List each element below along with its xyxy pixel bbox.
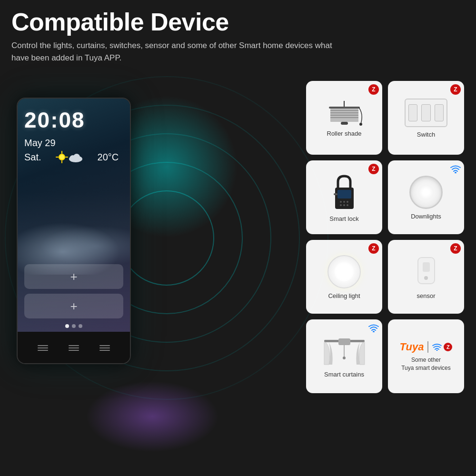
tuya-zigbee-icon: Z: [444, 343, 452, 351]
switch-icon: [405, 99, 447, 127]
tuya-label: Some otherTuya smart devices: [401, 356, 451, 372]
screen-pagination-dots: [65, 324, 82, 328]
curtains-icon: [322, 336, 367, 367]
svg-point-8: [73, 154, 80, 160]
svg-point-29: [424, 276, 428, 280]
zigbee-badge-smart-lock: Z: [368, 164, 379, 174]
panel-time-display: 20:08: [24, 107, 85, 133]
switch-label: Switch: [417, 131, 435, 138]
panel-add-button-2[interactable]: +: [24, 294, 123, 318]
panel-bottom-buttons: [18, 332, 130, 364]
device-card-ceiling-light[interactable]: Z Ceiling light: [306, 240, 382, 314]
wifi-icon: [432, 343, 442, 351]
svg-rect-16: [341, 122, 348, 125]
svg-point-26: [347, 204, 348, 206]
tuya-logo-row: Tuya Z: [400, 341, 453, 353]
device-card-smart-lock[interactable]: Z Smart lock: [306, 160, 382, 234]
svg-point-22: [343, 201, 345, 203]
devices-grid: Z Roller shade Z Switch Z: [306, 81, 464, 393]
device-card-switch[interactable]: Z Switch: [388, 81, 464, 155]
device-card-sensor[interactable]: Z sensor: [388, 240, 464, 314]
device-card-tuya[interactable]: Tuya Z Some otherTuya smart devices: [388, 319, 464, 393]
downlight-icon: [409, 176, 443, 209]
svg-point-31: [373, 331, 375, 332]
device-card-roller-shade[interactable]: Z Roller shade: [306, 81, 382, 155]
tuya-divider: [427, 341, 428, 353]
page-title: Compatible Device: [11, 9, 465, 36]
zigbee-badge-switch: Z: [450, 84, 461, 95]
panel-temperature: 20°C: [98, 152, 119, 163]
svg-rect-30: [423, 262, 430, 272]
sensor-icon: [416, 255, 437, 288]
tuya-protocol-icons: Z: [432, 343, 452, 351]
panel-menu-button-2[interactable]: [69, 345, 79, 351]
svg-rect-19: [337, 190, 351, 198]
switch-btn-2: [421, 104, 430, 121]
header: Compatible Device Control the lights, cu…: [11, 9, 465, 64]
svg-point-35: [343, 357, 346, 359]
svg-point-25: [343, 204, 345, 206]
curtains-label: Smart curtains: [324, 371, 364, 378]
switch-btn-3: [435, 104, 444, 121]
zigbee-badge-sensor: Z: [450, 243, 461, 254]
tuya-logo-text: Tuya: [400, 341, 424, 353]
sensor-label: sensor: [416, 292, 435, 299]
svg-point-24: [340, 204, 342, 206]
smart-lock-icon: [331, 173, 357, 211]
smart-lock-label: Smart lock: [329, 215, 358, 222]
roller-shade-label: Roller shade: [327, 130, 362, 137]
svg-point-36: [436, 349, 438, 351]
add-icon-2: +: [70, 299, 77, 314]
panel-day: Sat.: [24, 152, 41, 163]
panel-add-button-1[interactable]: +: [24, 264, 123, 289]
svg-point-23: [347, 201, 348, 203]
roller-shade-icon: [322, 100, 367, 126]
weather-sun-icon: [56, 151, 83, 163]
svg-point-17: [359, 123, 362, 126]
svg-rect-10: [329, 107, 360, 109]
svg-point-1: [60, 155, 64, 159]
panel-date-line1: May 29: [24, 138, 56, 149]
svg-rect-20: [334, 193, 337, 195]
panel-date-line2: Sat. 20°C: [24, 151, 119, 163]
svg-point-27: [455, 172, 456, 173]
smart-panel-device: 20:08 May 29 Sat.: [17, 98, 131, 364]
purple-glow-bg: [86, 381, 219, 452]
panel-menu-button-3[interactable]: [99, 345, 110, 351]
page-subtitle: Control the lights, curtains, switches, …: [11, 40, 335, 64]
dot-2: [72, 324, 76, 328]
panel-screen: 20:08 May 29 Sat.: [18, 99, 130, 332]
device-card-downlights[interactable]: Downlights: [388, 160, 464, 234]
downlights-label: Downlights: [411, 213, 441, 220]
switch-btn-1: [408, 104, 417, 121]
svg-point-21: [340, 201, 342, 203]
dot-3: [79, 324, 82, 328]
dot-1: [65, 324, 69, 328]
wifi-badge-curtains: [368, 323, 379, 333]
svg-rect-33: [338, 338, 350, 345]
panel-menu-button-1[interactable]: [38, 345, 48, 351]
device-card-smart-curtains[interactable]: Smart curtains: [306, 319, 382, 393]
zigbee-badge-roller-shade: Z: [368, 84, 379, 95]
zigbee-badge-ceiling-light: Z: [368, 243, 379, 254]
wifi-badge-downlights: [450, 164, 461, 174]
add-icon-1: +: [70, 269, 77, 284]
ceiling-light-icon: [327, 255, 361, 288]
ceiling-light-label: Ceiling light: [328, 292, 360, 299]
